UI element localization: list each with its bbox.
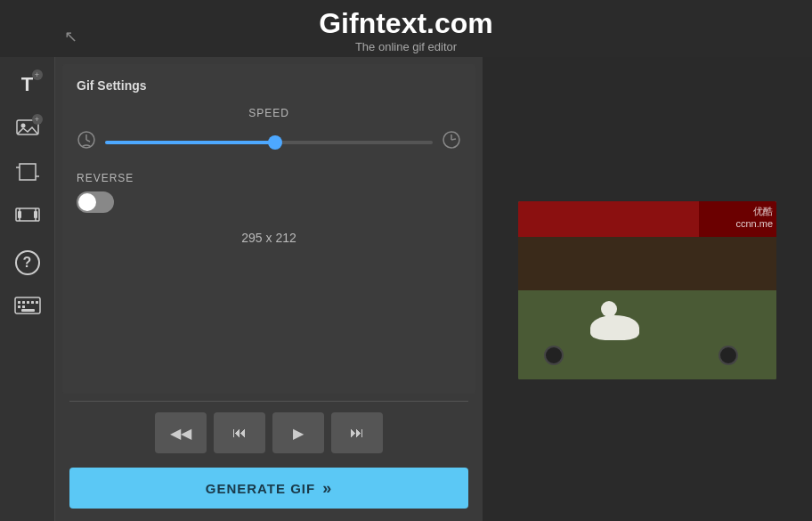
rewind-icon: ◀◀: [170, 425, 191, 442]
gif-settings-title: Gif Settings: [77, 78, 461, 93]
trim-icon: [15, 205, 40, 232]
generate-gif-chevron: »: [322, 479, 332, 498]
svg-rect-14: [31, 301, 34, 304]
watermark: 优酷 ccnn.me: [735, 205, 773, 229]
gif-dimensions: 295 x 212: [77, 231, 461, 245]
sidebar-item-keyboard[interactable]: [7, 287, 48, 328]
speed-slider[interactable]: [105, 141, 433, 144]
speed-control: [77, 130, 461, 154]
add-badge: +: [32, 69, 43, 80]
site-title: Gifntext.com: [0, 7, 812, 40]
next-frame-button[interactable]: ⏭: [331, 412, 383, 453]
sidebar-item-add-text[interactable]: T +: [7, 64, 48, 105]
play-button[interactable]: ▶: [272, 412, 324, 453]
speed-section: SPEED: [77, 107, 461, 154]
svg-rect-15: [36, 301, 38, 304]
center-panel: Gif Settings SPEED: [55, 57, 483, 521]
svg-rect-2: [20, 164, 36, 180]
svg-rect-17: [22, 305, 25, 308]
svg-rect-8: [18, 211, 21, 218]
sidebar-item-trim[interactable]: [7, 198, 48, 239]
sidebar-item-crop[interactable]: [7, 153, 48, 194]
text-icon: T: [21, 73, 33, 96]
main-layout: T + +: [0, 57, 812, 521]
sidebar: T + +: [0, 57, 55, 521]
svg-rect-11: [18, 301, 20, 304]
svg-rect-16: [18, 305, 20, 308]
add-image-badge: +: [32, 114, 43, 125]
site-subtitle: The online gif editor: [0, 40, 812, 53]
reverse-toggle[interactable]: [77, 191, 114, 213]
watermark-line2: ccnn.me: [735, 218, 773, 229]
svg-rect-18: [21, 309, 35, 312]
gif-canvas: 优酷 ccnn.me: [518, 201, 776, 379]
svg-rect-9: [34, 211, 37, 218]
play-icon: ▶: [293, 425, 304, 442]
generate-gif-label: GENERATE GIF: [206, 481, 315, 496]
svg-point-1: [20, 123, 25, 127]
speed-label: SPEED: [77, 107, 461, 119]
prev-frame-button[interactable]: ⏮: [214, 412, 265, 453]
speed-fast-icon: [442, 130, 461, 154]
svg-rect-13: [27, 301, 29, 304]
sidebar-item-help[interactable]: ?: [7, 242, 48, 283]
generate-section: GENERATE GIF »: [55, 460, 483, 521]
keyboard-icon: [14, 297, 41, 319]
svg-rect-12: [22, 301, 25, 304]
reverse-label: REVERSE: [77, 172, 461, 184]
preview-panel: 优酷 ccnn.me: [483, 57, 812, 521]
speed-slow-icon: [77, 130, 96, 154]
gif-settings-panel: Gif Settings SPEED: [62, 64, 475, 394]
crop-icon: [16, 160, 39, 188]
sidebar-item-add-image[interactable]: +: [7, 109, 48, 150]
playback-controls: ◀◀ ⏮ ▶ ⏭: [55, 402, 483, 460]
reverse-section: REVERSE: [77, 172, 461, 213]
next-frame-icon: ⏭: [350, 425, 364, 441]
watermark-line1: 优酷: [735, 205, 773, 218]
prev-frame-icon: ⏮: [232, 425, 247, 441]
cursor-icon: ↖: [64, 27, 77, 46]
help-icon: ?: [15, 250, 40, 275]
toggle-thumb: [78, 193, 96, 211]
header: Gifntext.com The online gif editor: [0, 0, 812, 57]
generate-gif-button[interactable]: GENERATE GIF »: [69, 468, 468, 509]
rewind-button[interactable]: ◀◀: [155, 412, 207, 453]
gif-preview: 优酷 ccnn.me: [518, 201, 776, 379]
